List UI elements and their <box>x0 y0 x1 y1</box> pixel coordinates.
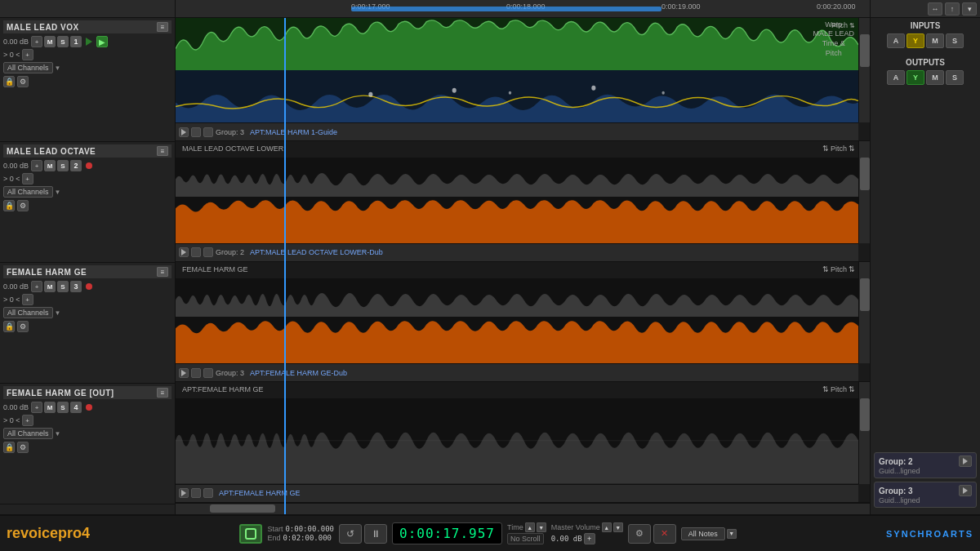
track-4-pan-btn[interactable]: + <box>22 415 33 426</box>
time-up-btn[interactable]: ▲ <box>525 522 535 532</box>
track-3-scrollbar-handle[interactable] <box>860 278 870 311</box>
output-btn-a[interactable]: A <box>887 70 905 85</box>
play-pause-btn[interactable]: ⏸ <box>364 524 387 544</box>
vol-plus-btn[interactable]: + <box>584 533 595 544</box>
tracks-scrollbar[interactable] <box>176 503 870 514</box>
input-btn-y[interactable]: Y <box>906 33 924 48</box>
input-btn-a[interactable]: A <box>887 33 905 48</box>
track-4-play-btn[interactable] <box>179 488 189 498</box>
track-2-apt: APT:MALE LEAD OCTAVE LOWER-Dub <box>250 248 383 256</box>
nav-btn-1[interactable]: ↔ <box>928 2 942 16</box>
track-2-channels[interactable]: All Channels <box>3 186 53 198</box>
track-1-channels[interactable]: All Channels <box>3 62 53 73</box>
track-3-vol-plus[interactable]: + <box>31 281 42 292</box>
track-4-vol-plus[interactable]: + <box>31 402 42 413</box>
track-3-num: 3 <box>70 281 82 292</box>
track-2-settings[interactable]: ⚙ <box>17 200 29 211</box>
track-1-play-btn[interactable] <box>179 127 189 137</box>
track-2-scrollbar[interactable] <box>858 141 870 243</box>
track-1-settings[interactable]: ⚙ <box>17 76 29 87</box>
mvol-down-btn[interactable]: ▼ <box>613 522 623 532</box>
nav-btn-3[interactable]: ▾ <box>962 2 977 16</box>
track-2-mute[interactable]: M <box>44 160 56 171</box>
input-btn-s[interactable]: S <box>946 33 964 48</box>
nav-btn-2[interactable]: ↑ <box>945 2 960 16</box>
track-1-pan-btn[interactable]: + <box>22 49 33 60</box>
track-4-scrollbar-handle[interactable] <box>860 398 870 431</box>
master-vol-val-row: 0.00 dB + <box>551 533 623 544</box>
track-3-apt: APT:FEMALE HARM GE-Dub <box>250 369 347 377</box>
track-2-play-btn[interactable] <box>179 247 189 257</box>
track-2-loop-btn[interactable] <box>203 247 213 257</box>
tracks-scrollbar-handle[interactable] <box>210 504 275 513</box>
track-4-scrollbar[interactable] <box>858 382 870 484</box>
track-lane-4[interactable]: APT:FEMALE HARM GE ⇅ Pitch ⇅ <box>176 382 870 503</box>
track-4-rec-btn[interactable] <box>191 488 201 498</box>
track-1-menu[interactable]: ≡ <box>157 22 168 32</box>
track-2-scrollbar-handle[interactable] <box>860 158 870 190</box>
track-1-output[interactable]: ▶ <box>96 36 108 47</box>
no-scroll-btn[interactable]: No Scroll <box>507 533 544 544</box>
input-btn-m[interactable]: M <box>926 33 944 48</box>
group-3-play[interactable] <box>959 485 972 496</box>
track-1-scrollbar-handle[interactable] <box>860 34 870 67</box>
track-3-rec-btn[interactable] <box>191 368 201 378</box>
mvol-up-btn[interactable]: ▲ <box>602 522 612 532</box>
time-down-btn[interactable]: ▼ <box>537 522 546 532</box>
track-2-solo[interactable]: S <box>57 160 69 171</box>
track-4-num: 4 <box>70 402 82 413</box>
track-4-solo[interactable]: S <box>57 402 69 413</box>
track-3-mute[interactable]: M <box>44 281 56 292</box>
track-1-vol-minus[interactable]: + <box>31 36 42 47</box>
time-label: Time <box>507 523 523 531</box>
track-4-channels[interactable]: All Channels <box>3 428 53 439</box>
track-lane-3[interactable]: FEMALE HARM GE ⇅ Pitch ⇅ <box>176 262 870 383</box>
track-4-record[interactable] <box>83 402 95 413</box>
rewind-btn[interactable]: ↺ <box>339 524 362 544</box>
track-3-pan-btn[interactable]: + <box>22 294 33 305</box>
timecode-display: 0:00:17.957 <box>392 522 502 544</box>
track-4-loop-btn[interactable] <box>203 488 213 498</box>
track-1-record[interactable] <box>83 36 95 47</box>
output-btn-s[interactable]: S <box>946 70 964 85</box>
all-notes-btn[interactable]: All Notes <box>681 527 725 540</box>
start-end-section: Start 0:00:00.000 End 0:02:00.000 <box>267 525 334 542</box>
track-3-record[interactable] <box>83 281 95 292</box>
track-2-vol-plus[interactable]: + <box>31 160 42 171</box>
track-2-menu[interactable]: ≡ <box>157 146 168 156</box>
track-4-lock[interactable]: 🔒 <box>3 442 15 453</box>
track-3-play-btn[interactable] <box>179 368 189 378</box>
track-3-lock[interactable]: 🔒 <box>3 321 15 332</box>
output-btn-y[interactable]: Y <box>906 70 924 85</box>
track-4-mute[interactable]: M <box>44 402 56 413</box>
track-2-rec-btn[interactable] <box>191 247 201 257</box>
track-1-mute[interactable]: M <box>44 36 56 47</box>
track-1-group: Group: 3 <box>216 128 244 136</box>
track-1-loop-btn[interactable] <box>203 127 213 137</box>
track-3-settings[interactable]: ⚙ <box>17 321 29 332</box>
track-lane-1[interactable]: WarpMALE LEADTime &Pitch Pitch ⇅ Group: … <box>176 18 870 141</box>
bottom-bar: revoicepro4 Start 0:00:00.000 End 0:02:0… <box>0 514 980 551</box>
track-3-scrollbar[interactable] <box>858 262 870 364</box>
track-1-lock[interactable]: 🔒 <box>3 76 15 87</box>
track-4-settings[interactable]: ⚙ <box>17 442 29 453</box>
notes-down-btn[interactable]: ▼ <box>727 529 737 539</box>
track-3-menu[interactable]: ≡ <box>157 267 168 277</box>
track-lane-2[interactable]: MALE LEAD OCTAVE LOWER ⇅ Pitch ⇅ <box>176 141 870 262</box>
track-3-solo[interactable]: S <box>57 281 69 292</box>
track-2-lock[interactable]: 🔒 <box>3 200 15 211</box>
track-1-scrollbar[interactable] <box>858 18 870 122</box>
track-2-record[interactable] <box>83 160 95 171</box>
track-2-pan-btn[interactable]: + <box>22 173 33 184</box>
settings-btn[interactable]: ⚙ <box>628 524 651 544</box>
track-1-rec-btn[interactable] <box>191 127 201 137</box>
loop-record-btn[interactable] <box>239 524 262 544</box>
track-3-channels[interactable]: All Channels <box>3 307 53 318</box>
track-4-play-icon <box>181 490 186 496</box>
output-btn-m[interactable]: M <box>926 70 944 85</box>
close-btn[interactable]: ✕ <box>653 524 676 544</box>
track-3-loop-btn[interactable] <box>203 368 213 378</box>
track-4-menu[interactable]: ≡ <box>157 388 168 398</box>
group-2-play[interactable] <box>959 455 972 467</box>
track-1-solo[interactable]: S <box>57 36 69 47</box>
